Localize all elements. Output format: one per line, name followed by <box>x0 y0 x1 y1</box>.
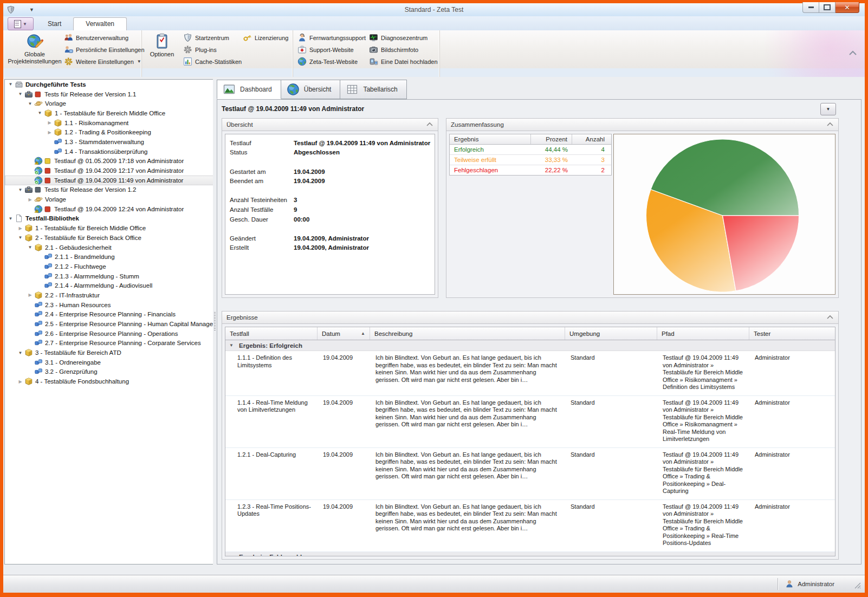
expander-closed-icon[interactable]: ▶ <box>46 120 53 125</box>
tree-item[interactable]: 2.3 - Human Resources <box>5 300 213 310</box>
tree-item[interactable]: 3.2 - Grenzprüfung <box>5 367 213 377</box>
ribbon-tab-verwalten[interactable]: Verwalten <box>73 17 127 30</box>
tree-item[interactable]: ▶1 - Testabläufe für Bereich Middle Offi… <box>5 223 213 233</box>
support-website-button[interactable]: Support-Website <box>297 45 366 54</box>
expander-closed-icon[interactable]: ▶ <box>27 197 34 202</box>
diagnosezentrum-button[interactable]: Diagnosezentrum <box>369 33 438 42</box>
tree-item[interactable]: ▼1 - Testabläufe für Bereich Middle Offi… <box>5 108 213 118</box>
zeta-test-website-button[interactable]: Zeta-Test-Website <box>297 57 366 66</box>
expander-closed-icon[interactable]: ▶ <box>17 379 24 384</box>
expander-open-icon[interactable]: ▼ <box>17 92 24 96</box>
collapse-panel-icon[interactable] <box>826 314 834 321</box>
tree-item[interactable]: Testlauf @ 19.04.2009 12:24 von Administ… <box>5 204 213 214</box>
results-data-row[interactable]: 1.2.1 - Deal-Capturing19.04.2009Ich bin … <box>225 448 835 500</box>
tree-item[interactable]: 2.1.1 - Brandmeldung <box>5 252 213 262</box>
tree-item[interactable]: 1.4 - Transaktionsüberprüfung <box>5 147 213 157</box>
minimize-button[interactable] <box>802 2 819 13</box>
summary-column-header[interactable]: Anzahl <box>572 134 609 144</box>
group-collapsed-icon[interactable]: ▶ <box>229 555 235 557</box>
tree-item[interactable]: 2.1.2 - Fluchtwege <box>5 262 213 271</box>
tree-item[interactable]: 2.7 - Enterprise Resource Planning - Cor… <box>5 339 213 348</box>
tree-item[interactable]: ▼Tests für Release der Version 1.2 <box>5 185 213 195</box>
results-column-header-umgebung[interactable]: Umgebung <box>565 327 657 340</box>
tree-item[interactable]: 1.3 - Stammdatenverwaltung <box>5 137 213 147</box>
tree-item[interactable]: Testlauf @ 19.04.2009 11:49 von Administ… <box>5 176 213 185</box>
tree-item[interactable]: ▼Vorlage <box>5 99 213 108</box>
results-group-row[interactable]: ▼Ergebnis: Erfolgreich <box>225 340 835 351</box>
screenshot-camera-icon-button[interactable]: Bildschirmfoto <box>369 45 438 54</box>
expander-open-icon[interactable]: ▼ <box>27 245 34 250</box>
expander-closed-icon[interactable]: ▶ <box>17 226 24 231</box>
results-group-row[interactable]: ▶Ergebnis: Fehlgeschlagen <box>225 552 835 557</box>
panel-ergebnisse-header[interactable]: Ergebnisse <box>222 312 838 324</box>
lizenzierung-button[interactable]: Lizenzierung <box>243 33 288 42</box>
startzentrum-button[interactable]: Startzentrum <box>183 33 242 42</box>
fernwartungssupport-button[interactable]: Fernwartungssupport <box>297 33 366 42</box>
expander-closed-icon[interactable]: ▶ <box>46 130 53 135</box>
group-expanded-icon[interactable]: ▼ <box>229 343 235 348</box>
collapse-ribbon-icon[interactable] <box>848 50 857 57</box>
maximize-button[interactable] <box>819 2 835 13</box>
tab-dashboard[interactable]: Dashboard <box>217 80 281 99</box>
tree-item[interactable]: ▶1.1 - Risikomanagment <box>5 118 213 128</box>
results-column-header-testfall[interactable]: Testfall <box>225 327 318 340</box>
datei-hochladen-button[interactable]: Eine Datei hochladen <box>369 57 438 66</box>
panel-uebersicht-header[interactable]: Übersicht <box>222 119 438 131</box>
results-column-header-beschreibung[interactable]: Beschreibung <box>370 327 565 340</box>
tree-item[interactable]: ▶2.2 - IT-Infrastruktur <box>5 290 213 300</box>
results-column-header-datum[interactable]: Datum▲ <box>318 327 370 340</box>
tab-uebersicht[interactable]: Übersicht <box>281 80 341 99</box>
tree-item[interactable]: 2.4 - Enterprise Resource Planning - Fin… <box>5 310 213 320</box>
tree-item[interactable]: ▶Vorlage <box>5 194 213 204</box>
cache-statistiken-button[interactable]: Cache-Statistiken <box>183 57 242 66</box>
expander-open-icon[interactable]: ▼ <box>17 351 24 355</box>
summary-row[interactable]: Fehlgeschlagen22,22 %2 <box>450 165 611 175</box>
tree-item[interactable]: ▶1.2 - Trading & Positionkeeping <box>5 127 213 137</box>
tree-item[interactable]: 2.5 - Enterprise Resource Planning - Hum… <box>5 319 213 329</box>
tree-item[interactable]: ▼2 - Testabläufe für Bereich Back Office <box>5 233 213 243</box>
resize-grip[interactable] <box>854 582 861 589</box>
weitere-einstellungen-button[interactable]: Weitere Einstellungen ▼ <box>64 57 145 66</box>
summary-row[interactable]: Erfolgreich44,44 %4 <box>450 145 611 155</box>
tree-item[interactable]: 2.1.3 - Alarmmeldung - Stumm <box>5 271 213 281</box>
close-button[interactable]: ✕ <box>835 2 859 13</box>
expander-open-icon[interactable]: ▼ <box>7 216 14 221</box>
tab-tabellarisch[interactable]: Tabellarisch <box>340 80 406 99</box>
expander-open-icon[interactable]: ▼ <box>27 101 34 106</box>
tree-item[interactable]: ▼3 - Testabläufe für Bereich ATD <box>5 348 213 358</box>
splitter[interactable] <box>213 79 217 564</box>
expander-open-icon[interactable]: ▼ <box>36 111 43 115</box>
ribbon-tab-start[interactable]: Start <box>36 18 73 30</box>
tree-item[interactable]: 2.6 - Enterprise Resource Planning - Ope… <box>5 329 213 339</box>
collapse-panel-icon[interactable] <box>426 121 433 128</box>
tree-item[interactable]: ▼2.1 - Gebäudesicherheit <box>5 243 213 252</box>
testrun-dropdown-button[interactable]: ▼ <box>820 103 836 115</box>
tree-item[interactable]: 3.1 - Ordnereingabe <box>5 358 213 367</box>
application-menu-button[interactable]: ▼ <box>8 17 34 30</box>
results-data-row[interactable]: 1.2.3 - Real-Time Positions-Updates19.04… <box>225 500 835 552</box>
tree-item[interactable]: Testlauf @ 19.04.2009 12:17 von Administ… <box>5 166 213 176</box>
results-column-header-tester[interactable]: Tester <box>749 327 835 340</box>
tree-item[interactable]: Testlauf @ 01.05.2009 17:18 von Administ… <box>5 157 213 166</box>
globale-projekteinstellungen-button[interactable]: Globale Projekteinstellungen <box>8 33 62 65</box>
summary-row[interactable]: Teilweise erfüllt33,33 %3 <box>450 155 611 165</box>
expander-open-icon[interactable]: ▼ <box>17 235 24 240</box>
results-data-row[interactable]: 1.1.1 - Definition des Limitsystems19.04… <box>225 351 835 396</box>
expander-open-icon[interactable]: ▼ <box>7 82 14 87</box>
results-data-row[interactable]: 1.1.4 - Real-Time Meldung von Limitverle… <box>225 396 835 448</box>
benutzerverwaltung-button[interactable]: Benutzerverwaltung <box>64 33 145 42</box>
plug-ins-button[interactable]: Plug-ins <box>183 45 242 54</box>
tree-item[interactable]: ▼Durchgeführte Tests <box>5 80 213 89</box>
persoenliche-einstellungen-button[interactable]: Persönliche Einstellungen <box>64 45 145 54</box>
summary-column-header[interactable]: Ergebnis <box>450 134 531 144</box>
expander-closed-icon[interactable]: ▶ <box>27 293 34 297</box>
results-column-header-pfad[interactable]: Pfad <box>657 327 749 340</box>
panel-zusammenfassung-header[interactable]: Zusammenfassung <box>446 119 838 131</box>
tree-item[interactable]: ▶4 - Testabläufe Fondsbuchhaltung <box>5 377 213 386</box>
optionen-button[interactable]: Optionen <box>145 33 179 58</box>
tree-item[interactable]: ▼Testfall-Bibliothek <box>5 214 213 224</box>
pie-slice[interactable] <box>723 216 799 291</box>
expander-open-icon[interactable]: ▼ <box>17 187 24 192</box>
tree-item[interactable]: ▼Tests für Release der Version 1.1 <box>5 89 213 99</box>
tree-item[interactable]: 2.1.4 - Alarmmeldung - Audiovisuell <box>5 281 213 290</box>
